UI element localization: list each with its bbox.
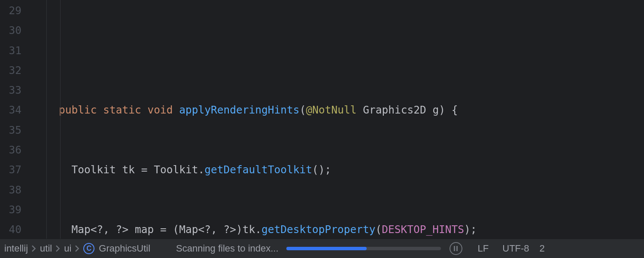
code-editor[interactable]: 29 30 31 32 33 34 35 36 37 38 39 40 publ… bbox=[0, 0, 644, 239]
line-number: 36 bbox=[0, 140, 21, 160]
line-number: 34 bbox=[0, 100, 21, 120]
line-separator-status[interactable]: LF bbox=[471, 243, 496, 254]
indexing-progress-bar[interactable] bbox=[286, 247, 441, 250]
line-number: 39 bbox=[0, 200, 21, 220]
line-number: 29 bbox=[0, 1, 21, 21]
indent-status[interactable]: 2 bbox=[536, 243, 545, 254]
breadcrumb-item[interactable]: ui bbox=[64, 243, 71, 254]
indexing-status-text[interactable]: Scanning files to index... bbox=[176, 243, 278, 254]
breadcrumb-item[interactable]: util bbox=[40, 243, 52, 254]
indent-guide bbox=[46, 0, 47, 239]
code-line[interactable]: Toolkit tk = Toolkit.getDefaultToolkit()… bbox=[33, 160, 644, 180]
pause-indexing-button[interactable] bbox=[450, 242, 462, 255]
line-number-gutter: 29 30 31 32 33 34 35 36 37 38 39 40 bbox=[0, 0, 33, 239]
chevron-right-icon bbox=[55, 245, 61, 252]
breadcrumb-item[interactable]: intellij bbox=[4, 243, 28, 254]
indexing-progress-fill bbox=[286, 247, 367, 250]
status-bar: intellij util ui C GraphicsUtil Scanning… bbox=[0, 239, 644, 258]
code-line[interactable]: public static void applyRenderingHints(@… bbox=[33, 100, 644, 120]
breadcrumb-item[interactable]: GraphicsUtil bbox=[99, 243, 150, 254]
chevron-right-icon bbox=[31, 245, 36, 252]
code-area[interactable]: public static void applyRenderingHints(@… bbox=[33, 0, 644, 239]
line-number: 38 bbox=[0, 180, 21, 200]
pause-icon bbox=[454, 246, 458, 251]
line-number: 35 bbox=[0, 120, 21, 140]
line-number: 33 bbox=[0, 80, 21, 100]
indent-guide bbox=[60, 0, 61, 239]
line-number: 37 bbox=[0, 160, 21, 180]
line-number: 32 bbox=[0, 61, 21, 80]
encoding-status[interactable]: UTF-8 bbox=[495, 243, 536, 254]
class-icon: C bbox=[83, 243, 94, 254]
line-number: 31 bbox=[0, 41, 21, 61]
line-number: 40 bbox=[0, 220, 21, 239]
chevron-right-icon bbox=[75, 245, 80, 252]
line-number: 30 bbox=[0, 21, 21, 40]
code-line[interactable]: Map<?, ?> map = (Map<?, ?>)tk.getDesktop… bbox=[33, 220, 644, 239]
